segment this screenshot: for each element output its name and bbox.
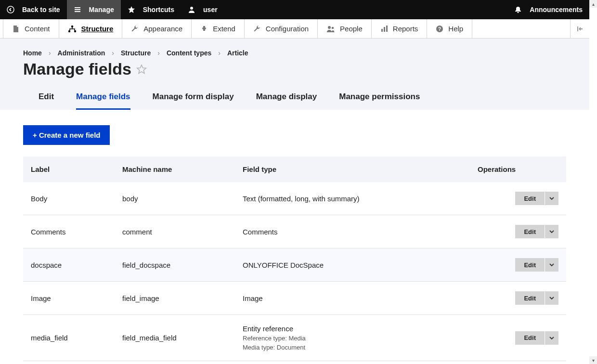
th-label: Label — [23, 156, 115, 182]
bar-chart-icon — [380, 25, 388, 33]
tab-manage-fields[interactable]: Manage fields — [76, 87, 130, 110]
table-row: Entity referenceEdit — [23, 361, 566, 364]
user-icon — [188, 6, 199, 13]
menu-reports[interactable]: Reports — [372, 19, 428, 38]
create-field-button[interactable]: + Create a new field — [23, 125, 110, 145]
operations-dropdown[interactable] — [545, 192, 558, 205]
crumb-administration[interactable]: Administration — [58, 49, 105, 57]
cell-machine-name: comment — [115, 215, 235, 248]
chevron-right-icon: › — [49, 49, 51, 57]
hamburger-icon — [74, 6, 85, 13]
cell-operations: Edit — [470, 182, 566, 215]
menu-structure-label: Structure — [81, 25, 114, 33]
page-title-text: Manage fields — [23, 60, 131, 78]
menu-configuration[interactable]: Configuration — [245, 19, 318, 38]
cell-operations: Edit — [470, 215, 566, 248]
menu-extend[interactable]: Extend — [192, 19, 245, 38]
menu-structure[interactable]: Structure — [59, 19, 123, 38]
tab-manage-permissions[interactable]: Manage permissions — [339, 87, 420, 110]
menu-help-label: Help — [448, 25, 463, 33]
shortcuts[interactable]: Shortcuts — [121, 0, 181, 19]
operations-dropdown[interactable] — [545, 258, 558, 272]
crumb-structure[interactable]: Structure — [121, 49, 151, 57]
svg-point-4 — [74, 30, 76, 32]
chevron-down-icon — [549, 262, 554, 267]
cell-label: Comments — [23, 215, 115, 248]
user-label: user — [203, 6, 218, 13]
star-icon — [128, 6, 139, 13]
toolbar-top: Back to site Manage Shortcuts user Anno — [0, 0, 589, 19]
svg-rect-9 — [386, 26, 388, 32]
edit-button[interactable]: Edit — [515, 291, 545, 305]
menu-help[interactable]: ? Help — [427, 19, 472, 38]
scrollbar-down[interactable]: ▾ — [589, 356, 597, 364]
table-row: BodybodyText (formatted, long, with summ… — [23, 182, 566, 215]
bell-icon — [514, 6, 526, 13]
collapse-menu[interactable] — [570, 19, 589, 38]
edit-button[interactable]: Edit — [515, 258, 545, 272]
chevron-right-icon: › — [112, 49, 114, 57]
cell-machine-name: field_docspace — [115, 248, 235, 282]
menu-reports-label: Reports — [393, 25, 418, 33]
chevron-down-icon — [549, 196, 554, 201]
th-machine-name: Machine name — [115, 156, 235, 182]
cell-machine-name — [115, 361, 235, 364]
tab-edit[interactable]: Edit — [39, 87, 54, 110]
svg-point-2 — [71, 25, 73, 27]
cell-label: docspace — [23, 248, 115, 282]
th-operations: Operations — [470, 156, 566, 182]
operations-dropdown[interactable] — [545, 225, 558, 238]
edit-button[interactable]: Edit — [515, 225, 545, 238]
edit-button[interactable]: Edit — [515, 331, 545, 345]
page-title: Manage fields — [23, 60, 566, 78]
svg-text:?: ? — [438, 26, 441, 32]
page-header: Home › Administration › Structure › Cont… — [0, 39, 589, 110]
back-to-site[interactable]: Back to site — [0, 0, 67, 19]
cell-field-type: Entity reference — [235, 361, 470, 364]
menu-content-label: Content — [25, 25, 50, 33]
menu-appearance[interactable]: Appearance — [122, 19, 192, 38]
tab-manage-form-display[interactable]: Manage form display — [153, 87, 234, 110]
table-row: Imagefield_imageImageEdit — [23, 282, 566, 315]
help-icon: ? — [436, 25, 443, 33]
table-row: docspacefield_docspaceONLYOFFICE DocSpac… — [23, 248, 566, 282]
svg-point-3 — [68, 30, 70, 32]
main-content: + Create a new field Label Machine name … — [0, 110, 589, 364]
cell-label: Body — [23, 182, 115, 215]
field-type-subline: Media type: Document — [243, 344, 462, 351]
edit-button[interactable]: Edit — [515, 192, 545, 205]
people-icon — [326, 25, 335, 33]
document-icon — [12, 25, 20, 33]
cell-label: Image — [23, 282, 115, 315]
collapse-icon — [576, 25, 584, 33]
svg-rect-8 — [384, 27, 385, 32]
menu-extend-label: Extend — [213, 25, 235, 33]
menu-appearance-label: Appearance — [143, 25, 182, 33]
menu-people[interactable]: People — [318, 19, 372, 38]
operations-dropdown[interactable] — [545, 291, 558, 305]
cell-operations: Edit — [470, 361, 566, 364]
back-arrow-icon — [7, 6, 18, 13]
svg-rect-7 — [381, 29, 383, 32]
crumb-content-types[interactable]: Content types — [167, 49, 211, 57]
operations-dropdown[interactable] — [545, 331, 558, 345]
crumb-article[interactable]: Article — [227, 49, 248, 57]
svg-point-6 — [332, 26, 334, 29]
svg-point-5 — [328, 26, 331, 29]
menu-content[interactable]: Content — [3, 19, 59, 38]
crumb-home[interactable]: Home — [23, 49, 42, 57]
chevron-right-icon: › — [157, 49, 160, 57]
field-type-subline: Reference type: Media — [243, 335, 462, 342]
cell-field-type: ONLYOFFICE DocSpace — [235, 248, 470, 282]
scrollbar-up[interactable]: ▴ — [589, 0, 597, 8]
manage-toggle[interactable]: Manage — [67, 0, 121, 19]
chevron-right-icon: › — [218, 49, 221, 57]
tab-manage-display[interactable]: Manage display — [256, 87, 317, 110]
user-menu[interactable]: user — [181, 0, 224, 19]
favorite-toggle[interactable] — [136, 60, 147, 78]
cell-operations: Edit — [470, 248, 566, 282]
cell-field-type: Image — [235, 282, 470, 315]
announcements[interactable]: Announcements — [507, 0, 589, 19]
svg-point-0 — [7, 6, 14, 13]
primary-tabs: Edit Manage fields Manage form display M… — [23, 87, 566, 110]
